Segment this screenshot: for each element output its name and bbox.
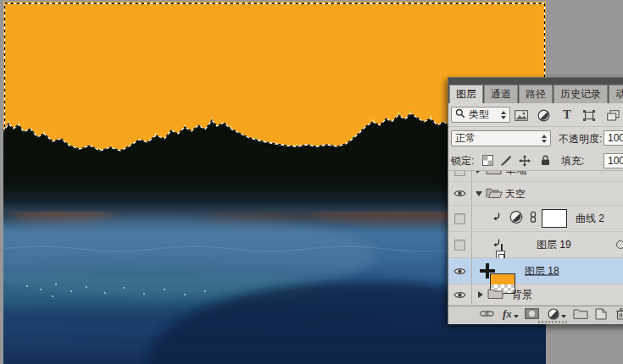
mini-dropdown-arrow-icon (514, 315, 519, 318)
layer-style-button[interactable]: fx (503, 307, 519, 320)
panel-bottom-bar: fx (448, 306, 623, 320)
layer-name[interactable]: 图层 19 (537, 238, 571, 252)
layer-mask-icon (525, 308, 539, 319)
layer-name[interactable]: 草地 (506, 171, 526, 178)
layer-row-sky-group[interactable]: 天空 (448, 182, 623, 206)
tab-actions[interactable]: 动作 (609, 85, 623, 103)
fill-input[interactable]: 100% (604, 153, 623, 168)
layer-mask-thumbnail[interactable] (542, 209, 567, 228)
fill-label: 填充: (561, 153, 584, 168)
link-layers-button[interactable] (480, 307, 494, 320)
workspace-background: 图层 通道 路径 历史记录 动作 类型 T (0, 0, 623, 364)
panel-resize-strip[interactable] (448, 320, 623, 324)
folder-icon (487, 288, 503, 301)
filter-smart-objects-button[interactable] (604, 107, 621, 124)
lock-label: 锁定: (451, 153, 474, 168)
thumb-corner-bracket (480, 271, 487, 279)
type-icon: T (563, 109, 570, 121)
clipped-status-icon (616, 240, 623, 249)
eye-icon (453, 290, 466, 300)
mini-dropdown-arrow-icon (561, 315, 566, 318)
new-layer-icon (595, 308, 607, 320)
smart-object-icon (607, 110, 620, 121)
layer-name[interactable]: 图层 18 (525, 264, 559, 279)
visibility-toggle[interactable] (448, 171, 472, 182)
collapse-triangle-icon[interactable] (476, 191, 482, 196)
tab-channels[interactable]: 通道 (484, 85, 518, 103)
lock-row: 锁定: 填充: 100% (448, 151, 623, 171)
thumb-corner-bracket (480, 263, 487, 271)
filter-pixel-layers-button[interactable] (513, 107, 530, 124)
blend-mode-row: 正常 不透明度: 100% (448, 127, 623, 151)
opacity-input[interactable]: 100% (604, 130, 623, 146)
new-group-button[interactable] (573, 307, 588, 320)
filter-kind-label: 类型 (469, 108, 489, 122)
tab-layers[interactable]: 图层 (449, 85, 483, 103)
layer-row-layer19[interactable]: 图层 19 (448, 232, 623, 258)
layers-list: 草地 天空 (448, 171, 623, 306)
checkerboard-icon (482, 155, 493, 166)
thumb-corner-bracket (487, 271, 495, 279)
visibility-toggle[interactable] (448, 232, 472, 257)
visibility-well (454, 213, 465, 224)
tab-paths[interactable]: 路径 (519, 85, 553, 103)
layers-panel: 图层 通道 路径 历史记录 动作 类型 T (448, 77, 623, 324)
new-adjustment-layer-button[interactable] (548, 307, 566, 320)
layer-row-background-group[interactable]: 背景 (448, 284, 623, 306)
mask-link-icon[interactable] (530, 212, 537, 226)
delete-layer-button[interactable] (616, 307, 623, 320)
layer-filter-row: 类型 T (448, 103, 623, 127)
lock-pixels-button[interactable] (498, 153, 515, 168)
eye-icon (453, 267, 466, 276)
layer-row-layer18[interactable]: 图层 18 (448, 258, 623, 284)
lock-position-button[interactable] (516, 153, 533, 168)
move-icon (519, 155, 531, 167)
chain-link-icon (480, 310, 494, 317)
fx-icon: fx (503, 308, 512, 319)
visibility-toggle[interactable] (448, 258, 472, 284)
brush-icon (500, 155, 512, 166)
filter-kind-dropdown[interactable]: 类型 (451, 107, 510, 123)
tab-history[interactable]: 历史记录 (553, 85, 608, 103)
image-icon (515, 110, 528, 121)
padlock-icon (541, 155, 550, 166)
clipping-mask-arrow-icon (492, 212, 502, 224)
layer-thumbnail[interactable] (501, 244, 503, 257)
thumb-corner-bracket (487, 263, 495, 271)
lock-all-button[interactable] (537, 153, 553, 168)
expand-triangle-icon[interactable] (478, 291, 483, 298)
visibility-toggle[interactable] (448, 284, 472, 305)
layer-name[interactable]: 背景 (512, 288, 532, 302)
filter-adjustment-layers-button[interactable] (535, 107, 552, 124)
dropdown-spinner-icon (501, 111, 506, 119)
folder-icon (486, 171, 502, 177)
adjustment-circle-icon (537, 109, 550, 122)
filter-shape-layers-button[interactable] (581, 107, 598, 124)
resize-grip-icon[interactable] (538, 321, 567, 323)
adjustment-circle-icon (548, 308, 559, 320)
open-folder-icon (486, 187, 503, 201)
layer-row-grass[interactable]: 草地 (448, 171, 623, 182)
shape-icon (583, 110, 595, 121)
visibility-well (454, 171, 465, 176)
opacity-label: 不透明度: (559, 132, 602, 146)
filter-type-layers-button[interactable]: T (559, 107, 576, 124)
visibility-toggle[interactable] (448, 182, 472, 205)
eye-icon (453, 189, 466, 198)
search-icon (455, 108, 465, 121)
layer-row-curves2[interactable]: 曲线 2 (448, 206, 623, 232)
layer-name[interactable]: 天空 (505, 186, 526, 201)
lock-transparency-button[interactable] (479, 153, 496, 168)
folder-icon (573, 308, 588, 319)
expand-triangle-icon[interactable] (476, 171, 481, 174)
layer-name[interactable]: 曲线 2 (576, 212, 604, 226)
dropdown-spinner-icon (542, 135, 547, 143)
visibility-well (454, 240, 465, 251)
panel-tab-bar: 图层 通道 路径 历史记录 动作 (448, 78, 623, 103)
visibility-toggle[interactable] (448, 206, 472, 231)
add-layer-mask-button[interactable] (525, 307, 539, 320)
new-layer-button[interactable] (595, 307, 607, 320)
blend-mode-value: 正常 (455, 131, 476, 146)
curves-adjustment-icon[interactable] (509, 211, 523, 227)
blend-mode-select[interactable]: 正常 (451, 130, 551, 146)
